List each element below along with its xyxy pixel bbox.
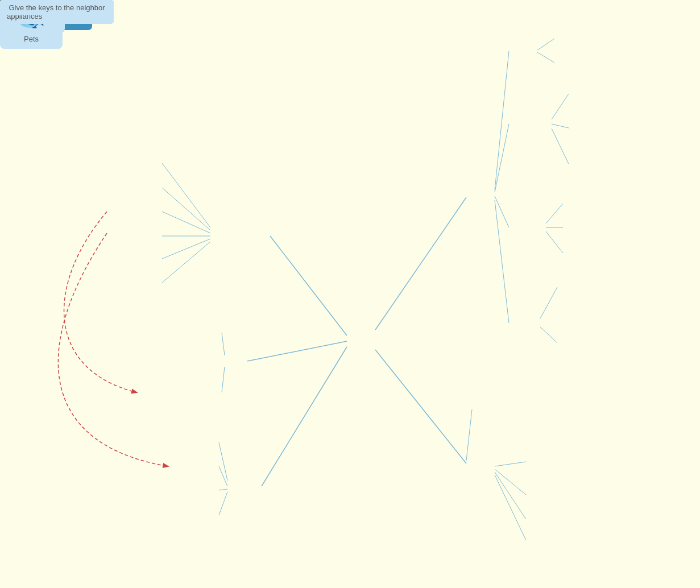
pets-label: Pets [24,35,39,43]
svg-line-14 [219,466,227,486]
svg-line-32 [495,462,526,466]
svg-line-7 [162,212,210,233]
svg-line-6 [162,188,210,230]
svg-line-5 [162,163,210,227]
svg-line-9 [162,239,210,259]
svg-line-33 [495,469,526,495]
svg-line-27 [546,231,563,253]
svg-line-20 [495,124,509,192]
svg-line-30 [540,327,557,343]
svg-line-25 [546,204,563,223]
svg-line-35 [495,475,526,540]
svg-line-31 [466,409,472,461]
svg-line-22 [552,124,569,128]
svg-line-13 [219,442,227,481]
svg-line-28 [495,200,509,323]
svg-line-23 [552,129,569,164]
svg-line-17 [495,51,509,191]
svg-line-16 [219,492,227,515]
svg-line-11 [222,333,225,355]
svg-line-10 [162,242,210,283]
svg-line-29 [540,287,557,318]
svg-line-15 [219,489,227,490]
svg-line-0 [270,236,347,336]
give-keys-node: Give the keys to the neighbor [0,0,114,15]
svg-line-19 [537,52,554,63]
svg-line-3 [375,197,466,330]
svg-line-2 [262,347,347,486]
svg-line-24 [495,196,509,227]
svg-line-1 [247,341,347,361]
svg-line-4 [375,350,466,463]
svg-line-18 [537,39,554,50]
svg-line-12 [222,367,225,392]
svg-line-34 [495,472,526,519]
svg-line-21 [552,94,569,119]
